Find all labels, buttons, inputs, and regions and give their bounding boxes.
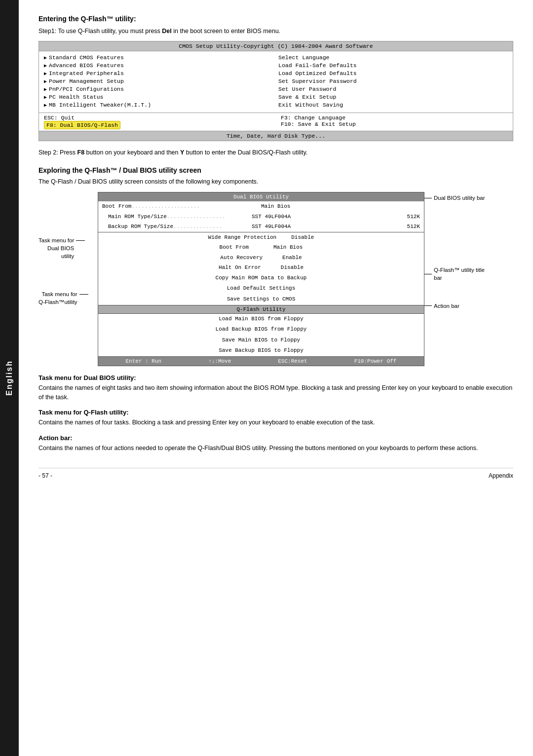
bios-footer-right: F3: Change Language F10: Save & Exit Set… (281, 114, 508, 129)
section1-step1: Step1: To use Q-Flash utility, you must … (38, 27, 513, 36)
bios-right-item-7: Exit Without Saving (278, 102, 508, 108)
left-label-line2: Dual BIOS (38, 244, 74, 252)
halt-on-error-label: Halt On Error (219, 264, 261, 272)
qflash-item-1: Load Main BIOS from Floppy (98, 314, 424, 325)
center-bios-box: Dual BIOS Utility Boot From.............… (98, 192, 424, 366)
boot-from-task-row: Boot From Main Bios (98, 242, 424, 253)
arrow-icon-6: ▶ (44, 94, 47, 100)
left-label-dual-bios: Task menu for Dual BIOS utility (38, 236, 98, 260)
step1-prefix: Step1: To use Q-Flash utility, you must … (38, 28, 162, 35)
right-label-action-text: Action bar (434, 302, 459, 310)
action-move: ↑↓:Move (208, 358, 231, 364)
bios-title: CMOS Setup Utility-Copyright (C) 1984-20… (39, 41, 513, 51)
action-bar: Enter : Run ↑↓:Move ESC:Reset F10:Power … (98, 356, 424, 366)
backup-rom-label: Backup ROM Type/Size............... (108, 223, 252, 231)
step2-suffix: button to enter the Dual BIOS/Q-Flash ut… (184, 149, 307, 156)
auto-recovery-label: Auto Recovery (220, 254, 263, 262)
right-label-dual-bar: Dual BIOS utility bar (424, 194, 513, 202)
section4-body: Contains the names of four tasks. Blocki… (38, 418, 513, 427)
bios-bottom-bar: Time, Date, Hard Disk Type... (39, 131, 513, 141)
bios-left-item-7: ▶MB Intelligent Tweaker(M.I.T.) (44, 102, 273, 108)
right-label-qflash-text: Q-Flash™ utility title bar (434, 266, 485, 282)
appendix-label: Appendix (489, 472, 513, 479)
dual-bios-title-bar: Dual BIOS Utility (98, 192, 424, 201)
bios-right-item-4: Set Supervisor Password (278, 78, 508, 84)
main-rom-label: Main ROM Type/Size.................. (108, 213, 252, 221)
page-number: - 57 - (38, 472, 52, 479)
right-labels: Dual BIOS utility bar Q-Flash™ utility t… (424, 192, 513, 366)
bios-f3: F3: Change Language (281, 114, 508, 121)
auto-recovery-val: Enable (282, 254, 302, 262)
bios-right-item-3: Load Optimized Defaults (278, 70, 508, 76)
bios-f8-highlight: F8: Dual BIOS/Q-Flash (44, 121, 271, 129)
qflash-title-bar: Q-Flash Utility (98, 305, 424, 314)
wide-range-label: Wide Range Protection (208, 233, 277, 242)
sidebar: English (0, 0, 19, 756)
qflash-item-2: Load Backup BIOS from Floppy (98, 324, 424, 335)
bios-right-item-5: Set User Password (278, 86, 508, 92)
section5-heading: Action bar: (38, 434, 513, 442)
backup-rom-row: Backup ROM Type/Size............... SST … (98, 222, 424, 232)
section1-step2: Step 2: Press F8 button on your keyboard… (38, 148, 513, 157)
bios-right-item-1: Select Language (278, 54, 508, 61)
bios-footer: ESC: Quit F8: Dual BIOS/Q-Flash F3: Chan… (39, 113, 513, 131)
step1-key: Del (162, 28, 171, 35)
qflash-item-4: Save Backup BIOS to Floppy (98, 345, 424, 356)
bios-left-item-4: ▶Power Management Setup (44, 78, 273, 84)
right-label-qflash-line2: bar (434, 274, 485, 282)
left-label-line1: Task menu for (38, 236, 74, 244)
left-spacer-top (38, 192, 98, 236)
arrow-icon-3: ▶ (44, 71, 47, 76)
boot-from-label: Boot From..................... (102, 202, 261, 211)
auto-recovery-row: Auto Recovery Enable (98, 253, 424, 263)
action-enter: Enter : Run (125, 358, 161, 364)
boot-from-row: Boot From..................... Main Bios (98, 201, 424, 212)
boot-from-task-label: Boot From (220, 243, 249, 252)
boot-from-val: Main Bios (261, 202, 420, 211)
right-connector-3 (424, 305, 432, 306)
left-connector-2 (79, 294, 88, 295)
section2-heading: Exploring the Q-Flash™ / Dual BIOS utili… (38, 166, 513, 174)
section1-heading: Entering the Q-Flash™ utility: (38, 15, 513, 23)
bios-left-item-3: ▶Integrated Peripherals (44, 70, 273, 76)
boot-from-task-val: Main Bios (273, 243, 303, 252)
wide-range-val: Disable (291, 233, 314, 242)
bios-left-item-2: ▶Advanced BIOS Features (44, 62, 273, 69)
left-label-qflash-text: Task menu for Q-Flash™utility (38, 290, 77, 306)
left-connector-1 (76, 240, 85, 241)
main-content: Entering the Q-Flash™ utility: Step1: To… (19, 0, 533, 756)
bios-left-item-1: ▶Standard CMOS Features (44, 54, 273, 61)
right-connector-2 (424, 274, 432, 274)
halt-on-error-row: Halt On Error Disable (98, 263, 424, 273)
step2-f8: F8 (77, 149, 85, 156)
step2-mid: button on your keyboard and then (84, 149, 180, 156)
bios-right-item-6: Save & Exit Setup (278, 94, 508, 100)
main-rom-row: Main ROM Type/Size.................. SST… (98, 212, 424, 222)
arrow-icon-2: ▶ (44, 63, 47, 69)
bios-left-item-6: ▶PC Health Status (44, 94, 273, 100)
backup-rom-val: SST 49LF004A (252, 223, 395, 231)
right-label-qflash-line1: Q-Flash™ utility title (434, 266, 485, 274)
arrow-icon-5: ▶ (44, 86, 47, 92)
left-label-qflash-line2: Q-Flash™utility (38, 298, 77, 306)
left-label-qflash: Task menu for Q-Flash™utility (38, 290, 98, 306)
copy-main-rom-row: Copy Main ROM Data to Backup (98, 273, 424, 284)
f8-highlight-badge: F8: Dual BIOS/Q-Flash (44, 121, 120, 129)
main-rom-val: SST 49LF004A (252, 213, 395, 221)
bios-right-item-2: Load Fail-Safe Defaults (278, 62, 508, 69)
bios-screenshot: CMOS Setup Utility-Copyright (C) 1984-20… (38, 41, 513, 141)
section3-body: Contains the names of eight tasks and tw… (38, 383, 513, 402)
save-settings-row: Save Settings to CMOS (98, 294, 424, 305)
bios-esc-quit: ESC: Quit (44, 114, 271, 121)
qflash-item-3: Save Main BIOS to Floppy (98, 335, 424, 346)
wide-range-row: Wide Range Protection Disable (98, 232, 424, 243)
section3-heading: Task menu for Dual BIOS utility: (38, 374, 513, 381)
bios-footer-left: ESC: Quit F8: Dual BIOS/Q-Flash (44, 114, 271, 129)
bios-left-column: ▶Standard CMOS Features ▶Advanced BIOS F… (44, 54, 273, 110)
backup-rom-size: 512K (395, 223, 420, 231)
right-label-dual-text: Dual BIOS utility bar (434, 194, 485, 202)
arrow-icon-4: ▶ (44, 78, 47, 84)
step2-prefix: Step 2: Press (38, 149, 77, 156)
dual-bios-utility-box: Dual BIOS Utility Boot From.............… (98, 192, 424, 366)
load-default-row: Load Default Settings (98, 283, 424, 294)
